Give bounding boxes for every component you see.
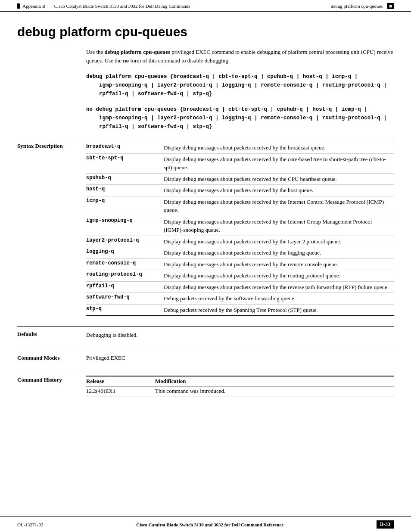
- defaults-section: Defaults Debugging is disabled.: [17, 326, 394, 343]
- page-header: Appendix B Cisco Catalyst Blade Switch 3…: [0, 0, 411, 12]
- intro-bold2: no: [123, 57, 129, 64]
- command-text-1: debug platform cpu-queues {broadcast-q |…: [86, 72, 394, 98]
- command-history-label: Command History: [17, 376, 86, 396]
- syntax-desc: Display debug messages about packets rec…: [164, 247, 394, 259]
- syntax-row: logging-qDisplay debug messages about pa…: [86, 247, 394, 259]
- intro-after-bold2: form of this command to disable debuggin…: [129, 57, 230, 64]
- command-history-section: Command History ReleaseModification 12.2…: [17, 372, 394, 400]
- syntax-term: igmp-snooping-q: [86, 216, 164, 236]
- footer-center: Cisco Catalyst Blade Switch 3130 and 303…: [44, 522, 377, 527]
- history-row: 12.2(40)EX1This command was introduced.: [86, 386, 394, 396]
- syntax-row: layer2-protocol-qDisplay debug messages …: [86, 236, 394, 247]
- history-col-header: Modification: [155, 376, 394, 386]
- header-title: Cisco Catalyst Blade Switch 3130 and 303…: [54, 3, 190, 9]
- syntax-desc: Display debug messages about packets rec…: [164, 196, 394, 216]
- syntax-desc: Debug packets received by the Spanning T…: [164, 304, 394, 316]
- command-history-content: ReleaseModification 12.2(40)EX1This comm…: [86, 376, 394, 396]
- syntax-row: host-qDisplay debug messages about packe…: [86, 185, 394, 196]
- footer-page: B-33: [377, 520, 394, 529]
- syntax-desc: Display debug messages about packets rec…: [164, 236, 394, 247]
- syntax-desc: Debug packets received by the software f…: [164, 293, 394, 305]
- syntax-term: icmp-q: [86, 196, 164, 216]
- syntax-row: remote-console-qDisplay debug messages a…: [86, 258, 394, 270]
- syntax-table: broadcast-qDisplay debug messages about …: [86, 142, 394, 316]
- syntax-desc: Display debug messages about packets rec…: [164, 173, 394, 185]
- command-modes-content: Privileged EXEC: [86, 354, 394, 361]
- header-left: Appendix B Cisco Catalyst Blade Switch 3…: [17, 3, 190, 9]
- command-block-2: no debug platform cpu-queues {broadcast-…: [86, 105, 394, 131]
- history-col-header: Release: [86, 376, 155, 386]
- command-block-1: debug platform cpu-queues {broadcast-q |…: [86, 72, 394, 98]
- syntax-row: stp-qDebug packets received by the Spann…: [86, 304, 394, 316]
- intro-before-bold: Use the: [86, 49, 105, 55]
- intro-bold1: debug platform cpu-queues: [105, 49, 170, 55]
- syntax-term: layer2-protocol-q: [86, 236, 164, 247]
- syntax-desc: Display debug messages about packets rec…: [164, 281, 394, 293]
- header-right: debug platform cpu-queues ■: [331, 3, 394, 9]
- intro-text: Use the debug platform cpu-queues privil…: [86, 48, 394, 65]
- syntax-desc: Display debug messages about packets rec…: [164, 258, 394, 270]
- syntax-row: rpffail-qDisplay debug messages about pa…: [86, 281, 394, 293]
- history-release: 12.2(40)EX1: [86, 386, 155, 396]
- syntax-row: cpuhub-qDisplay debug messages about pac…: [86, 173, 394, 185]
- syntax-desc: Display debug messages about packets rec…: [164, 270, 394, 282]
- syntax-desc: Display debug messages about packets rec…: [164, 216, 394, 236]
- syntax-row: broadcast-qDisplay debug messages about …: [86, 142, 394, 154]
- syntax-description-section: Syntax Description broadcast-qDisplay de…: [17, 138, 394, 319]
- header-rule: [17, 3, 20, 9]
- page-content: debug platform cpu-queues Use the debug …: [0, 12, 411, 426]
- header-right-marker: ■: [387, 3, 394, 9]
- syntax-description-content: broadcast-qDisplay debug messages about …: [86, 142, 394, 316]
- syntax-term: routing-protocol-q: [86, 270, 164, 282]
- syntax-term: stp-q: [86, 304, 164, 316]
- syntax-desc: Display debug messages about packets rec…: [164, 153, 394, 173]
- defaults-label: Defaults: [17, 330, 86, 339]
- syntax-term: software-fwd-q: [86, 293, 164, 305]
- defaults-content: Debugging is disabled.: [86, 330, 394, 339]
- syntax-term: logging-q: [86, 247, 164, 259]
- footer-left: OL-13271-03: [17, 522, 44, 527]
- syntax-row: cbt-to-spt-qDisplay debug messages about…: [86, 153, 394, 173]
- syntax-description-label: Syntax Description: [17, 142, 86, 316]
- history-header-row: ReleaseModification: [86, 376, 394, 386]
- command-text-2: no debug platform cpu-queues {broadcast-…: [86, 105, 394, 131]
- syntax-row: routing-protocol-qDisplay debug messages…: [86, 270, 394, 282]
- syntax-row: icmp-qDisplay debug messages about packe…: [86, 196, 394, 216]
- syntax-row: software-fwd-qDebug packets received by …: [86, 293, 394, 305]
- command-modes-label: Command Modes: [17, 354, 86, 361]
- page-footer: OL-13271-03 Cisco Catalyst Blade Switch …: [0, 516, 411, 532]
- syntax-term: cbt-to-spt-q: [86, 153, 164, 173]
- history-modification: This command was introduced.: [155, 386, 394, 396]
- syntax-term: broadcast-q: [86, 142, 164, 154]
- syntax-desc: Display debug messages about packets rec…: [164, 185, 394, 196]
- header-appendix: Appendix B: [22, 3, 45, 9]
- syntax-term: host-q: [86, 185, 164, 196]
- history-table: ReleaseModification 12.2(40)EX1This comm…: [86, 376, 394, 396]
- header-right-text: debug platform cpu-queues: [331, 3, 383, 9]
- syntax-desc: Display debug messages about packets rec…: [164, 142, 394, 154]
- page-title: debug platform cpu-queues: [17, 25, 394, 39]
- command-modes-section: Command Modes Privileged EXEC: [17, 350, 394, 365]
- syntax-row: igmp-snooping-qDisplay debug messages ab…: [86, 216, 394, 236]
- syntax-term: rpffail-q: [86, 281, 164, 293]
- syntax-term: remote-console-q: [86, 258, 164, 270]
- syntax-term: cpuhub-q: [86, 173, 164, 185]
